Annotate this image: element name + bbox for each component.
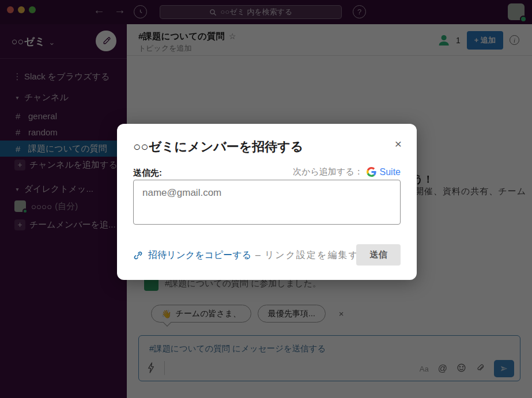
history-forward-icon[interactable]: → [112,3,128,17]
gsuite-label: Suite [380,167,401,177]
triangle-down-icon: ▾ [10,94,24,101]
send-plane-icon [500,365,508,373]
workspace-menu[interactable]: ○○ゼミ⌄ [12,35,55,48]
add-from-label: 次から追加する： [293,166,363,177]
new-message-button[interactable] [96,31,116,51]
invite-members-modal: ○○ゼミにメンバーを招待する × 送信先: 次から追加する： Suite 招待リ… [117,124,417,280]
suggestion-label: 最優先事項... [268,309,315,319]
link-chain-icon [133,251,143,260]
more-dots-icon: ⋮ [10,71,24,82]
search-icon [209,9,217,16]
chevron-down-icon: ⌄ [49,38,55,47]
channels-section-label: チャンネル [24,92,69,103]
hash-icon: # [16,127,28,137]
channel-label: random [28,127,58,137]
attachment-paperclip-icon[interactable] [476,363,485,375]
sidebar-item-channel-general[interactable]: # general [0,108,127,124]
composer-toolbar: Aa @ [139,361,520,376]
plus-icon: + [14,219,25,230]
channel-info-icon[interactable]: i [510,35,519,45]
hash-icon: # [16,144,28,154]
add-from-gsuite[interactable]: 次から追加する： Suite [293,166,401,177]
dm-section-label: ダイレクトメッ... [24,184,93,195]
star-icon[interactable]: ☆ [229,32,236,41]
invite-email-input[interactable] [133,180,401,225]
channel-label: 課題についての質問 [28,143,107,154]
copy-invite-link[interactable]: 招待リンクをコピーする [133,249,251,261]
add-topic-link[interactable]: トピックを追加 [138,43,192,54]
traffic-light-close-button[interactable] [7,6,14,13]
footer-separator: – [255,250,261,260]
presence-online-dot [22,209,28,214]
sidebar-item-browse-slack[interactable]: ⋮ Slack をブラウズする [0,69,127,85]
send-message-button[interactable] [494,360,514,377]
channels-section-header[interactable]: ▾ チャンネル [0,89,127,105]
compose-pencil-icon [101,36,111,46]
channel-name: #課題についての質問 [138,31,225,41]
user-avatar[interactable] [508,3,525,20]
channel-label: general [28,111,57,121]
shortcuts-bolt-icon[interactable] [147,362,156,376]
recipients-label: 送信先: [133,168,162,179]
toolbar-divider [164,361,165,375]
dm-user-suffix: (自分) [55,201,78,212]
send-invite-button[interactable]: 送信 [356,244,401,266]
emoji-icon[interactable] [456,363,466,375]
format-text-icon[interactable]: Aa [420,365,429,373]
message-suggestions: 👋 チームの皆さま、 最優先事項... × [151,305,344,323]
traffic-light-zoom-button[interactable] [29,6,36,13]
workspace-header: ○○ゼミ⌄ [0,24,127,59]
titlebar: ← → ○○ゼミ 内を検索する ? [0,0,532,24]
dm-avatar [14,200,26,212]
member-count[interactable]: 1 [456,36,461,45]
sidebar-item-label: Slack をブラウズする [24,71,110,82]
invite-add-button[interactable]: + 追加 [467,31,503,50]
help-icon[interactable]: ? [353,5,366,18]
dm-section-header[interactable]: ▾ ダイレクトメッ... [0,181,127,197]
presence-online-dot [520,16,527,22]
plus-icon: + [14,160,25,170]
members-icon[interactable] [439,35,450,46]
add-channel-label: チャンネルを追加する [29,160,118,170]
edit-link-settings[interactable]: リンク設定を編集する [265,249,369,261]
wave-emoji-icon: 👋 [161,309,171,319]
add-team-member-button[interactable]: + チームメンバーを追... [0,217,127,233]
sidebar: ○○ゼミ⌄ ⋮ Slack をブラウズする ▾ チャンネル # general … [0,24,127,398]
dismiss-suggestions-icon[interactable]: × [339,309,344,319]
modal-footer: 招待リンクをコピーする – リンク設定を編集する 送信 [133,244,401,266]
history-clock-icon[interactable] [134,5,147,18]
search-placeholder: ○○ゼミ 内を検索する [221,7,293,17]
sidebar-item-dm-self[interactable]: ○○○○ (自分) [0,198,127,214]
channel-title[interactable]: #課題についての質問☆ [138,31,236,43]
search-input[interactable]: ○○ゼミ 内を検索する [160,5,342,19]
workspace-name: ○○ゼミ [12,36,46,47]
triangle-down-icon: ▾ [10,186,24,192]
traffic-light-minimize-button[interactable] [18,6,25,13]
add-channel-button[interactable]: + チャンネルを追加する [0,157,127,173]
modal-close-icon[interactable]: × [395,138,402,150]
history-back-icon[interactable]: ← [91,3,107,17]
composer-placeholder: #課題についての質問 にメッセージを送信する [149,343,326,354]
pill-tail [163,319,171,327]
add-member-label: チームメンバーを追... [29,219,116,230]
sidebar-item-channel-random[interactable]: # random [0,124,127,140]
sidebar-item-channel-questions-selected[interactable]: # 課題についての質問 [0,141,127,157]
dm-user-label: ○○○○ [31,202,52,211]
channel-header: #課題についての質問☆ トピックを追加 1 + 追加 i [127,24,532,56]
welcome-body-fragment: 開催、資料の共有、チーム [415,186,526,197]
message-composer[interactable]: #課題についての質問 にメッセージを送信する Aa @ [138,335,520,381]
hash-icon: # [16,111,28,121]
google-logo-icon [367,167,376,177]
copy-invite-link-label: 招待リンクをコピーする [148,249,251,261]
suggestion-pill-priority[interactable]: 最優先事項... [258,305,326,323]
suggestion-pill-greeting[interactable]: 👋 チームの皆さま、 [151,305,251,323]
modal-title: ○○ゼミにメンバーを招待する [133,138,303,156]
mention-icon[interactable]: @ [438,363,447,374]
suggestion-label: チームの皆さま、 [175,309,241,319]
